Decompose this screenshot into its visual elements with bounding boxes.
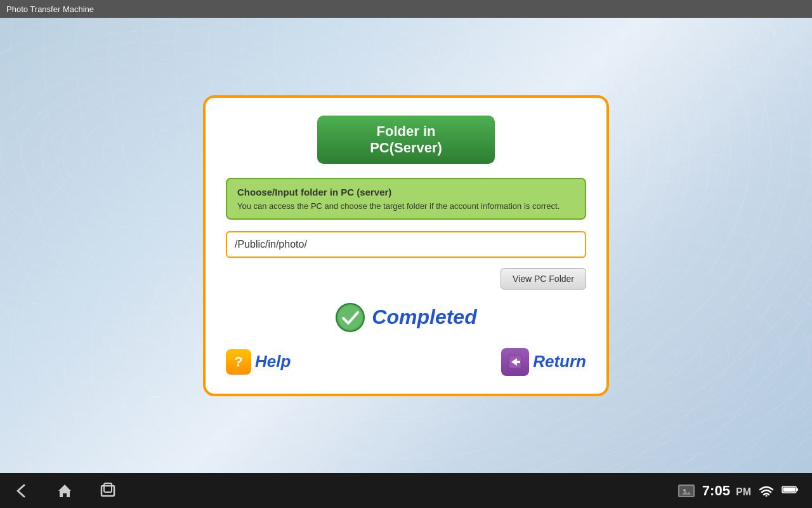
view-folder-btn-row: View PC Folder: [226, 268, 586, 290]
question-mark-icon: ?: [234, 354, 242, 370]
info-desc: You can access the PC and choose the tar…: [237, 201, 575, 211]
svg-rect-11: [783, 487, 796, 491]
svg-point-8: [766, 495, 768, 497]
back-button[interactable]: [13, 482, 30, 500]
svg-marker-4: [58, 485, 71, 497]
nav-left-buttons: [13, 482, 117, 500]
home-button[interactable]: [56, 482, 74, 500]
nav-bar: 7:05 PM: [0, 473, 812, 508]
battery-icon: [782, 485, 799, 497]
completed-text: Completed: [372, 305, 476, 329]
bottom-buttons: ? Help Return: [226, 348, 586, 376]
return-button[interactable]: Return: [501, 348, 586, 376]
check-circle-icon: [335, 302, 365, 333]
recents-icon: [99, 482, 117, 500]
dialog-container: Folder in PC(Server) Choose/Input folder…: [203, 95, 609, 396]
svg-rect-10: [796, 488, 798, 491]
app-title: Photo Transfer Machine: [6, 4, 94, 14]
help-button[interactable]: ? Help: [226, 349, 291, 375]
title-bar: Photo Transfer Machine: [0, 0, 812, 18]
time-suffix: PM: [736, 486, 751, 497]
back-arrow-icon: [13, 482, 30, 500]
return-arrow-icon: [507, 354, 523, 370]
folder-path-input[interactable]: [226, 231, 586, 258]
help-label: Help: [255, 352, 291, 371]
image-status-icon: [678, 485, 695, 497]
wifi-icon: [759, 485, 774, 497]
view-pc-folder-button[interactable]: View PC Folder: [501, 268, 586, 290]
svg-rect-6: [104, 483, 112, 492]
image-icon: [682, 488, 691, 495]
return-icon: [501, 348, 529, 376]
completed-row: Completed: [226, 302, 586, 333]
home-icon: [56, 482, 74, 500]
svg-point-1: [338, 305, 362, 330]
help-icon: ?: [226, 349, 251, 375]
recents-button[interactable]: [99, 482, 117, 500]
info-box: Choose/Input folder in PC (server) You c…: [226, 178, 586, 220]
info-title: Choose/Input folder in PC (server): [237, 187, 575, 197]
return-label: Return: [533, 352, 586, 371]
folder-row: [226, 231, 586, 258]
dialog-wrapper: Folder in PC(Server) Choose/Input folder…: [0, 18, 812, 473]
time-value: 7:05: [702, 483, 730, 498]
dialog-title-button: Folder in PC(Server): [317, 116, 495, 164]
nav-right-status: 7:05 PM: [678, 483, 799, 499]
status-time: 7:05 PM: [702, 483, 751, 499]
